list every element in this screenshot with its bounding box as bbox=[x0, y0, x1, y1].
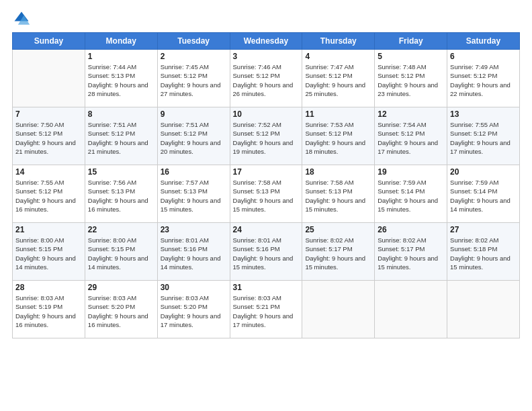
day-info: Sunrise: 8:03 AMSunset: 5:19 PMDaylight:… bbox=[15, 293, 82, 329]
day-info: Sunrise: 8:02 AMSunset: 5:18 PMDaylight:… bbox=[450, 236, 517, 271]
calendar-week-row: 14Sunrise: 7:55 AMSunset: 5:12 PMDayligh… bbox=[13, 165, 520, 223]
day-info: Sunrise: 7:55 AMSunset: 5:12 PMDaylight:… bbox=[450, 120, 517, 156]
calendar-cell bbox=[13, 50, 85, 107]
calendar-cell: 11Sunrise: 7:53 AMSunset: 5:12 PMDayligh… bbox=[302, 107, 375, 165]
calendar-cell: 28Sunrise: 8:03 AMSunset: 5:19 PMDayligh… bbox=[13, 281, 85, 338]
day-number: 8 bbox=[88, 109, 154, 119]
calendar-week-row: 7Sunrise: 7:50 AMSunset: 5:12 PMDaylight… bbox=[13, 107, 520, 165]
day-info: Sunrise: 8:00 AMSunset: 5:15 PMDaylight:… bbox=[88, 236, 154, 271]
calendar-cell bbox=[447, 281, 520, 338]
logo-icon bbox=[12, 9, 31, 28]
calendar-cell: 30Sunrise: 8:03 AMSunset: 5:20 PMDayligh… bbox=[157, 281, 230, 338]
day-number: 18 bbox=[305, 167, 371, 177]
calendar-cell: 21Sunrise: 8:00 AMSunset: 5:15 PMDayligh… bbox=[13, 223, 85, 281]
calendar-cell: 27Sunrise: 8:02 AMSunset: 5:18 PMDayligh… bbox=[447, 223, 520, 281]
day-number: 1 bbox=[88, 52, 154, 61]
calendar-header-sunday: Sunday bbox=[13, 33, 85, 50]
day-info: Sunrise: 8:01 AMSunset: 5:16 PMDaylight:… bbox=[233, 236, 300, 271]
calendar-cell: 24Sunrise: 8:01 AMSunset: 5:16 PMDayligh… bbox=[230, 223, 302, 281]
calendar-header-tuesday: Tuesday bbox=[157, 33, 230, 50]
day-number: 13 bbox=[450, 109, 517, 119]
calendar-cell: 26Sunrise: 8:02 AMSunset: 5:17 PMDayligh… bbox=[375, 223, 447, 281]
day-info: Sunrise: 7:49 AMSunset: 5:12 PMDaylight:… bbox=[450, 62, 517, 98]
calendar-cell: 17Sunrise: 7:58 AMSunset: 5:13 PMDayligh… bbox=[230, 165, 302, 223]
calendar-cell bbox=[375, 281, 447, 338]
calendar-cell: 22Sunrise: 8:00 AMSunset: 5:15 PMDayligh… bbox=[85, 223, 157, 281]
day-info: Sunrise: 8:03 AMSunset: 5:21 PMDaylight:… bbox=[233, 293, 300, 329]
calendar-week-row: 1Sunrise: 7:44 AMSunset: 5:13 PMDaylight… bbox=[13, 50, 520, 107]
calendar-cell: 19Sunrise: 7:59 AMSunset: 5:14 PMDayligh… bbox=[375, 165, 447, 223]
calendar-header-thursday: Thursday bbox=[302, 33, 375, 50]
calendar-cell: 6Sunrise: 7:49 AMSunset: 5:12 PMDaylight… bbox=[447, 50, 520, 107]
day-info: Sunrise: 7:47 AMSunset: 5:12 PMDaylight:… bbox=[305, 62, 371, 98]
logo bbox=[12, 9, 32, 28]
day-number: 15 bbox=[88, 167, 154, 177]
calendar-cell: 7Sunrise: 7:50 AMSunset: 5:12 PMDaylight… bbox=[13, 107, 85, 165]
day-info: Sunrise: 7:57 AMSunset: 5:13 PMDaylight:… bbox=[161, 178, 227, 214]
calendar-header-row: SundayMondayTuesdayWednesdayThursdayFrid… bbox=[13, 33, 520, 50]
day-number: 20 bbox=[450, 167, 517, 177]
day-number: 30 bbox=[161, 283, 227, 292]
day-number: 3 bbox=[233, 52, 300, 61]
day-info: Sunrise: 7:50 AMSunset: 5:12 PMDaylight:… bbox=[15, 120, 82, 156]
day-number: 12 bbox=[378, 109, 444, 119]
calendar: SundayMondayTuesdayWednesdayThursdayFrid… bbox=[12, 32, 520, 338]
calendar-header-monday: Monday bbox=[85, 33, 157, 50]
day-number: 19 bbox=[378, 167, 444, 177]
day-info: Sunrise: 7:59 AMSunset: 5:14 PMDaylight:… bbox=[378, 178, 444, 214]
calendar-cell: 14Sunrise: 7:55 AMSunset: 5:12 PMDayligh… bbox=[13, 165, 85, 223]
day-info: Sunrise: 7:53 AMSunset: 5:12 PMDaylight:… bbox=[305, 120, 371, 156]
day-number: 9 bbox=[161, 109, 227, 119]
calendar-header-wednesday: Wednesday bbox=[230, 33, 302, 50]
day-info: Sunrise: 7:59 AMSunset: 5:14 PMDaylight:… bbox=[450, 178, 517, 214]
day-number: 16 bbox=[161, 167, 227, 177]
day-info: Sunrise: 8:01 AMSunset: 5:16 PMDaylight:… bbox=[161, 236, 227, 271]
day-number: 21 bbox=[15, 225, 82, 234]
day-number: 28 bbox=[15, 283, 82, 292]
calendar-cell: 2Sunrise: 7:45 AMSunset: 5:12 PMDaylight… bbox=[157, 50, 230, 107]
day-info: Sunrise: 7:58 AMSunset: 5:13 PMDaylight:… bbox=[305, 178, 371, 214]
day-info: Sunrise: 8:03 AMSunset: 5:20 PMDaylight:… bbox=[88, 293, 154, 329]
calendar-header-friday: Friday bbox=[375, 33, 447, 50]
day-info: Sunrise: 7:56 AMSunset: 5:13 PMDaylight:… bbox=[88, 178, 154, 214]
calendar-cell: 16Sunrise: 7:57 AMSunset: 5:13 PMDayligh… bbox=[157, 165, 230, 223]
day-info: Sunrise: 7:44 AMSunset: 5:13 PMDaylight:… bbox=[88, 62, 154, 98]
calendar-cell: 12Sunrise: 7:54 AMSunset: 5:12 PMDayligh… bbox=[375, 107, 447, 165]
day-info: Sunrise: 7:55 AMSunset: 5:12 PMDaylight:… bbox=[15, 178, 82, 214]
day-number: 23 bbox=[161, 225, 227, 234]
day-number: 26 bbox=[378, 225, 444, 234]
calendar-week-row: 21Sunrise: 8:00 AMSunset: 5:15 PMDayligh… bbox=[13, 223, 520, 281]
page: SundayMondayTuesdayWednesdayThursdayFrid… bbox=[0, 0, 532, 411]
day-number: 27 bbox=[450, 225, 517, 234]
calendar-week-row: 28Sunrise: 8:03 AMSunset: 5:19 PMDayligh… bbox=[13, 281, 520, 338]
day-number: 4 bbox=[305, 52, 371, 61]
day-info: Sunrise: 7:54 AMSunset: 5:12 PMDaylight:… bbox=[378, 120, 444, 156]
day-number: 5 bbox=[378, 52, 444, 61]
calendar-cell: 18Sunrise: 7:58 AMSunset: 5:13 PMDayligh… bbox=[302, 165, 375, 223]
day-info: Sunrise: 8:02 AMSunset: 5:17 PMDaylight:… bbox=[378, 236, 444, 271]
day-number: 14 bbox=[15, 167, 82, 177]
day-number: 6 bbox=[450, 52, 517, 61]
calendar-cell: 25Sunrise: 8:02 AMSunset: 5:17 PMDayligh… bbox=[302, 223, 375, 281]
calendar-cell: 8Sunrise: 7:51 AMSunset: 5:12 PMDaylight… bbox=[85, 107, 157, 165]
day-info: Sunrise: 7:48 AMSunset: 5:12 PMDaylight:… bbox=[378, 62, 444, 98]
day-info: Sunrise: 7:45 AMSunset: 5:12 PMDaylight:… bbox=[161, 62, 227, 98]
day-number: 24 bbox=[233, 225, 300, 234]
day-number: 7 bbox=[15, 109, 82, 119]
day-number: 10 bbox=[233, 109, 300, 119]
calendar-cell: 1Sunrise: 7:44 AMSunset: 5:13 PMDaylight… bbox=[85, 50, 157, 107]
day-number: 29 bbox=[88, 283, 154, 292]
calendar-cell: 20Sunrise: 7:59 AMSunset: 5:14 PMDayligh… bbox=[447, 165, 520, 223]
day-info: Sunrise: 8:00 AMSunset: 5:15 PMDaylight:… bbox=[15, 236, 82, 271]
calendar-cell: 13Sunrise: 7:55 AMSunset: 5:12 PMDayligh… bbox=[447, 107, 520, 165]
header bbox=[12, 7, 520, 28]
day-info: Sunrise: 7:46 AMSunset: 5:12 PMDaylight:… bbox=[233, 62, 300, 98]
day-info: Sunrise: 7:58 AMSunset: 5:13 PMDaylight:… bbox=[233, 178, 300, 214]
day-number: 17 bbox=[233, 167, 300, 177]
day-info: Sunrise: 8:03 AMSunset: 5:20 PMDaylight:… bbox=[161, 293, 227, 329]
day-number: 31 bbox=[233, 283, 300, 292]
calendar-cell: 29Sunrise: 8:03 AMSunset: 5:20 PMDayligh… bbox=[85, 281, 157, 338]
day-info: Sunrise: 8:02 AMSunset: 5:17 PMDaylight:… bbox=[305, 236, 371, 271]
day-info: Sunrise: 7:52 AMSunset: 5:12 PMDaylight:… bbox=[233, 120, 300, 156]
calendar-header-saturday: Saturday bbox=[447, 33, 520, 50]
